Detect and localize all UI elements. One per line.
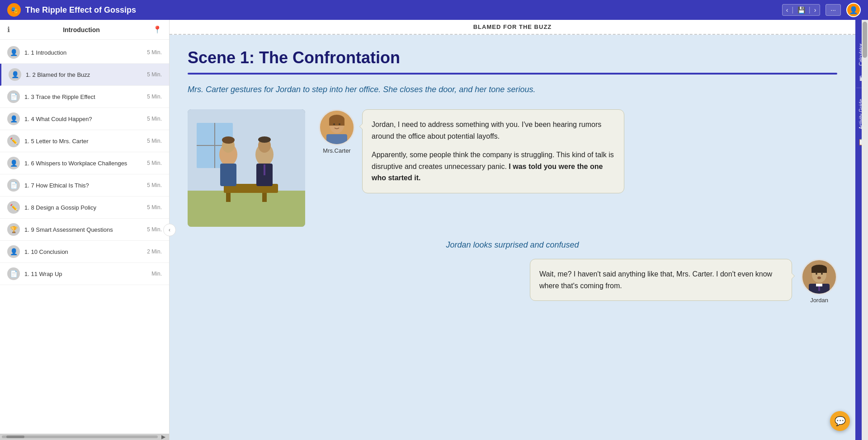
collapse-sidebar-button[interactable]: ‹: [163, 224, 176, 236]
right-sidebar-panel: Calculator 🖩 Activity Guide 📋: [855, 20, 868, 440]
item-icon-1-1: 👤: [7, 46, 20, 59]
item-label-1-1: 1. 1 Introduction: [24, 49, 142, 56]
nav-arrows[interactable]: ‹ | 💾 | ›: [782, 4, 821, 16]
item-time-1-11: Min.: [151, 271, 162, 277]
item-time-1-9: 5 Min.: [147, 226, 162, 233]
svg-point-32: [821, 273, 823, 275]
scene-divider: [188, 73, 837, 75]
item-label-1-9: 1. 9 Smart Assessment Questions: [24, 226, 142, 233]
item-label-1-7: 1. 7 How Ethical Is This?: [24, 182, 142, 189]
scroll-thumb: [6, 435, 24, 438]
item-icon-1-6: 👤: [7, 157, 20, 169]
jordan-speech-text: Wait, me? I haven't said anything like t…: [539, 268, 783, 291]
jordan-section: Wait, me? I haven't said anything like t…: [188, 259, 837, 304]
item-time-1-5: 5 Min.: [147, 138, 162, 144]
svg-rect-1: [188, 191, 305, 227]
svg-point-14: [258, 136, 271, 143]
item-icon-1-8: ✏️: [7, 201, 20, 214]
office-illustration: [188, 109, 305, 227]
item-time-1-6: 5 Min.: [147, 160, 162, 166]
app-header: 🎭 The Ripple Effect of Gossips ‹ | 💾 | ›…: [0, 0, 868, 20]
content-scrollbar: [862, 20, 868, 440]
sidebar: ℹ Introduction 📍 👤 1. 1 Introduction 5 M…: [0, 20, 170, 440]
mrs-carter-portrait: [320, 111, 354, 144]
save-icon-button[interactable]: 💾: [794, 5, 809, 15]
item-icon-1-9: 🏆: [7, 223, 20, 236]
scene-title: Scene 1: The Confrontation: [188, 48, 837, 67]
content-area: BLAMED FOR THE BUZZ Scene 1: The Confron…: [170, 20, 855, 440]
mrs-carter-avatar: [319, 109, 355, 145]
scene-image: [188, 109, 305, 227]
sidebar-item-1-8[interactable]: ✏️ 1. 8 Design a Gossip Policy 5 Min.: [0, 197, 169, 219]
sidebar-title: Introduction: [63, 26, 100, 33]
speech-section: Mrs.Carter Jordan, I need to address som…: [319, 109, 837, 193]
svg-rect-27: [811, 268, 827, 273]
item-time-1-7: 5 Min.: [147, 182, 162, 188]
scroll-right-arrow[interactable]: ▶: [160, 434, 167, 440]
item-label-1-3: 1. 3 Trace the Ripple Effect: [24, 94, 142, 100]
sidebar-item-1-7[interactable]: 📄 1. 7 How Ethical Is This? 5 Min.: [0, 174, 169, 197]
mrs-carter-container: Mrs.Carter: [319, 109, 355, 154]
main-layout: ℹ Introduction 📍 👤 1. 1 Introduction 5 M…: [0, 20, 868, 440]
scroll-track: [2, 435, 158, 438]
item-time-1-10: 2 Min.: [147, 248, 162, 255]
pin-icon[interactable]: 📍: [153, 25, 162, 34]
jordan-container: Jordan: [801, 259, 837, 304]
item-icon-1-7: 📄: [7, 179, 20, 192]
svg-point-33: [817, 276, 821, 279]
mrs-carter-speech-bubble: Jordan, I need to address something with…: [362, 109, 624, 193]
app-logo: 🎭: [7, 3, 21, 17]
svg-rect-20: [329, 119, 344, 126]
mrs-carter-name: Mrs.Carter: [323, 147, 350, 154]
scrollbar-thumb[interactable]: [863, 22, 867, 58]
svg-rect-4: [262, 193, 267, 202]
sidebar-item-1-3[interactable]: 📄 1. 3 Trace the Ripple Effect 5 Min.: [0, 86, 169, 108]
item-time-1-2: 5 Min.: [147, 71, 162, 78]
sidebar-item-1-1[interactable]: 👤 1. 1 Introduction 5 Min.: [0, 42, 169, 64]
item-time-1-1: 5 Min.: [147, 49, 162, 56]
right-panel: BLAMED FOR THE BUZZ Scene 1: The Confron…: [170, 20, 868, 440]
header-left: 🎭 The Ripple Effect of Gossips: [7, 3, 136, 17]
sidebar-item-1-9[interactable]: 🏆 1. 9 Smart Assessment Questions 5 Min.: [0, 219, 169, 241]
svg-rect-16: [264, 164, 265, 175]
scene-intro-text: Mrs. Carter gestures for Jordan to step …: [188, 84, 837, 96]
content-body[interactable]: Scene 1: The Confrontation Mrs. Carter g…: [170, 35, 855, 440]
chat-button[interactable]: 💬: [830, 411, 850, 431]
svg-point-10: [222, 136, 235, 144]
item-icon-1-3: 📄: [7, 90, 20, 103]
sidebar-item-1-10[interactable]: 👤 1. 10 Conclusion 2 Min.: [0, 241, 169, 263]
info-icon[interactable]: ℹ: [7, 25, 10, 34]
item-label-1-11: 1. 11 Wrap Up: [24, 271, 147, 277]
item-time-1-8: 5 Min.: [147, 204, 162, 211]
item-label-1-5: 1. 5 Letter to Mrs. Carter: [24, 138, 142, 145]
content-page-header: BLAMED FOR THE BUZZ: [170, 20, 855, 35]
item-icon-1-5: ✏️: [7, 135, 20, 147]
svg-point-22: [333, 123, 335, 125]
sidebar-item-1-4[interactable]: 👤 1. 4 What Could Happen? 5 Min.: [0, 108, 169, 130]
item-label-1-4: 1. 4 What Could Happen?: [24, 116, 142, 122]
sidebar-item-1-2[interactable]: 👤 1. 2 Blamed for the Buzz 5 Min.: [0, 64, 169, 86]
mrs-carter-speech-p2: Apparently, some people think the compan…: [372, 149, 615, 184]
sidebar-header: ℹ Introduction 📍: [0, 20, 169, 40]
sidebar-item-1-11[interactable]: 📄 1. 11 Wrap Up Min.: [0, 263, 169, 285]
svg-point-31: [816, 273, 817, 275]
page-header-text: BLAMED FOR THE BUZZ: [473, 23, 552, 30]
svg-rect-21: [326, 134, 347, 144]
svg-point-23: [339, 123, 340, 125]
nav-prev-button[interactable]: ‹: [783, 5, 792, 15]
app-title: The Ripple Effect of Gossips: [25, 5, 136, 15]
sidebar-item-1-5[interactable]: ✏️ 1. 5 Letter to Mrs. Carter 5 Min.: [0, 130, 169, 152]
nav-next-button[interactable]: ›: [811, 5, 820, 15]
sidebar-item-1-6[interactable]: 👤 1. 6 Whispers to Workplace Challenges …: [0, 152, 169, 174]
item-label-1-2: 1. 2 Blamed for the Buzz: [26, 71, 142, 78]
item-time-1-3: 5 Min.: [147, 94, 162, 100]
jordan-avatar: [801, 259, 837, 295]
scene-action-text: Jordan looks surprised and confused: [188, 240, 837, 250]
svg-rect-30: [816, 284, 822, 286]
item-label-1-10: 1. 10 Conclusion: [24, 248, 142, 255]
svg-rect-11: [220, 164, 236, 186]
user-avatar[interactable]: 👤: [846, 3, 861, 17]
item-icon-1-11: 📄: [7, 267, 20, 280]
mrs-carter-speech-p1: Jordan, I need to address something with…: [372, 119, 615, 142]
menu-button[interactable]: ···: [826, 4, 841, 16]
